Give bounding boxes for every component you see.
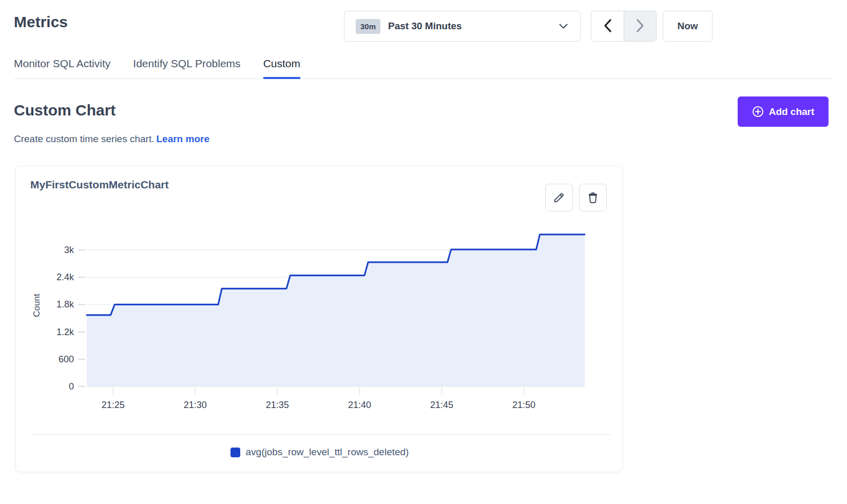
legend-swatch — [230, 448, 240, 457]
learn-more-link[interactable]: Learn more — [156, 133, 209, 144]
custom-chart-card: MyFirstCustomMetricChart 06001.2k1.8k2.4… — [15, 166, 623, 472]
chevron-down-icon — [559, 24, 568, 29]
x-tick-label: 21:35 — [266, 400, 289, 410]
trash-icon — [586, 191, 600, 204]
time-range-badge: 30m — [356, 19, 380, 34]
page-title: Metrics — [14, 13, 68, 31]
time-range-nav — [591, 11, 657, 42]
time-range-dropdown[interactable]: 30m Past 30 Minutes — [344, 11, 581, 42]
tab-monitor-sql-activity[interactable]: Monitor SQL Activity — [14, 57, 110, 79]
y-axis-title: Count — [32, 294, 42, 317]
card-divider — [30, 434, 610, 435]
section-subtitle-text: Create custom time series chart. — [14, 133, 154, 144]
series-area — [87, 235, 585, 386]
now-button[interactable]: Now — [663, 11, 713, 42]
y-tick-label: 600 — [59, 354, 74, 364]
tab-bar: Monitor SQL Activity Identify SQL Proble… — [14, 57, 833, 79]
x-tick-label: 21:45 — [430, 400, 453, 410]
delete-chart-button[interactable] — [579, 184, 607, 211]
x-tick-label: 21:30 — [184, 400, 207, 410]
tab-custom[interactable]: Custom — [263, 57, 300, 79]
y-tick-label: 2.4k — [56, 272, 74, 282]
chart-legend: avg(jobs_row_level_ttl_rows_deleted) — [16, 447, 623, 458]
edit-chart-button[interactable] — [545, 184, 573, 211]
y-tick-label: 0 — [69, 381, 74, 392]
chevron-right-icon — [636, 19, 644, 34]
section-subtitle: Create custom time series chart.Learn mo… — [14, 133, 209, 145]
prev-range-button[interactable] — [591, 11, 624, 41]
add-chart-label: Add chart — [769, 106, 815, 118]
x-tick-label: 21:50 — [512, 400, 535, 410]
custom-chart-svg[interactable]: 06001.2k1.8k2.4k3k21:2521:3021:3521:4021… — [16, 218, 623, 423]
chevron-left-icon — [604, 19, 612, 34]
y-tick-label: 1.8k — [56, 299, 74, 309]
add-chart-button[interactable]: Add chart — [738, 96, 829, 127]
x-tick-label: 21:40 — [348, 400, 371, 410]
tab-identify-sql-problems[interactable]: Identify SQL Problems — [133, 57, 240, 79]
pencil-icon — [552, 191, 566, 204]
y-tick-label: 1.2k — [56, 327, 74, 337]
y-tick-label: 3k — [64, 245, 74, 255]
x-tick-label: 21:25 — [102, 400, 125, 410]
time-range-label: Past 30 Minutes — [388, 21, 462, 32]
plus-circle-icon — [752, 106, 764, 118]
next-range-button[interactable] — [624, 11, 656, 41]
chart-title: MyFirstCustomMetricChart — [30, 179, 169, 191]
legend-label: avg(jobs_row_level_ttl_rows_deleted) — [246, 447, 409, 458]
section-title: Custom Chart — [14, 102, 116, 119]
